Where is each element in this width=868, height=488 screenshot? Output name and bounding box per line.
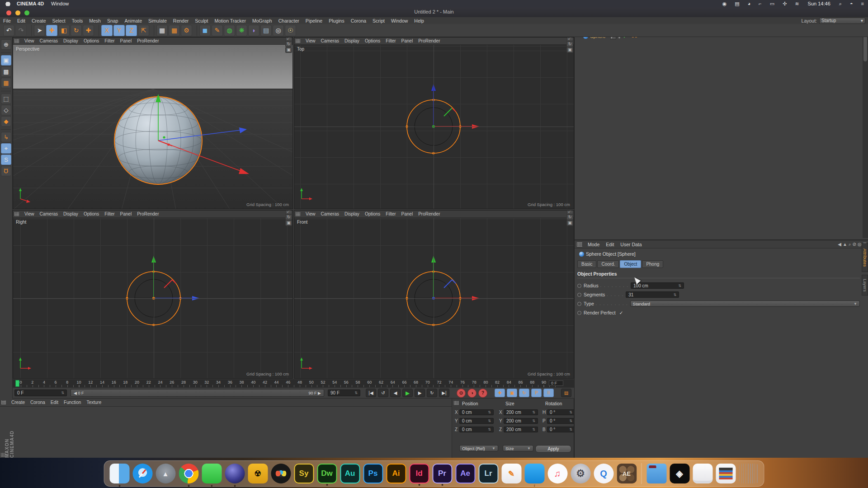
- minimized-doc-icon[interactable]: [693, 464, 712, 483]
- panel-handle-icon[interactable]: [14, 212, 20, 216]
- lock-x-axis-icon[interactable]: X: [101, 25, 113, 36]
- move-gizmo[interactable]: [431, 256, 479, 300]
- app-menu-item[interactable]: Character: [275, 18, 302, 23]
- axis-mode-icon[interactable]: ↳: [1, 132, 11, 142]
- illustrator-icon[interactable]: Ai: [386, 464, 406, 483]
- viewport-menu-item[interactable]: Filter: [383, 38, 398, 43]
- polygons-mode-icon[interactable]: ◆: [1, 116, 11, 127]
- end-frame-field[interactable]: 90 F⇅: [328, 389, 360, 396]
- keyframe-selection-icon[interactable]: ?: [478, 389, 487, 398]
- settings-icon[interactable]: ⚙: [571, 464, 590, 483]
- toggle-view-icon[interactable]: ▣: [566, 220, 573, 226]
- viewport-menu-item[interactable]: Cameras: [318, 38, 342, 43]
- viewport-menu-item[interactable]: ProRender: [134, 38, 161, 43]
- next-key-icon[interactable]: ↻: [427, 389, 437, 397]
- viewport-menu-item[interactable]: Options: [81, 211, 102, 216]
- app-menu-item[interactable]: File: [0, 18, 14, 23]
- audition-icon[interactable]: Au: [340, 464, 360, 483]
- make-editable-icon[interactable]: ⊕: [1, 39, 11, 50]
- timeline-ruler[interactable]: 0246810121416182022242628303234363840424…: [13, 379, 574, 388]
- add-light-icon[interactable]: ☉: [285, 25, 296, 36]
- viewport-menu-item[interactable]: Cameras: [37, 211, 61, 216]
- prev-frame-icon[interactable]: ◀: [390, 389, 401, 397]
- viewport-top[interactable]: ViewCamerasDisplayOptionsFilterPanelProR…: [294, 37, 574, 209]
- redo-icon[interactable]: ↷: [15, 25, 27, 36]
- viewport-menu-item[interactable]: Filter: [102, 38, 117, 43]
- segments-field[interactable]: 31⇅: [626, 291, 679, 298]
- window-titlebar[interactable]: Untitled 2 * - Main: [0, 7, 868, 18]
- render-picture-viewer-icon[interactable]: ▦: [169, 25, 180, 36]
- viewport-menu-item[interactable]: Panel: [399, 211, 416, 216]
- cinema4d-icon[interactable]: [225, 464, 245, 483]
- zoom-view-icon[interactable]: ⤢: [285, 37, 292, 41]
- airplay-icon[interactable]: ▭: [770, 1, 774, 6]
- position-y-field[interactable]: 0 cm⇅: [459, 418, 494, 424]
- layers-side-tab[interactable]: Layers: [862, 275, 868, 296]
- spotlight-icon[interactable]: ⌕: [839, 1, 842, 6]
- position-x-field[interactable]: 0 cm⇅: [459, 409, 494, 415]
- am-tab[interactable]: Phong: [642, 260, 663, 268]
- viewport-menu-item[interactable]: Filter: [383, 211, 398, 216]
- am-track-icon[interactable]: ◎: [858, 242, 862, 247]
- current-frame-field[interactable]: 0 F⇅: [14, 389, 67, 396]
- keyframe-dot-icon[interactable]: [577, 302, 581, 306]
- app-menu-item[interactable]: Sculpt: [192, 18, 211, 23]
- panel-handle-icon[interactable]: [1, 400, 7, 405]
- viewport-menu-item[interactable]: View: [22, 211, 37, 216]
- panel-handle-icon[interactable]: [1, 453, 6, 457]
- apple-menu-icon[interactable]: [5, 1, 10, 6]
- app-menu-item[interactable]: Help: [411, 18, 427, 23]
- app-menu-item[interactable]: Script: [369, 18, 388, 23]
- am-pin-icon[interactable]: ▲: [843, 242, 847, 247]
- app-menu-item[interactable]: Edit: [14, 18, 28, 23]
- menubar-clock[interactable]: Sun 14:46: [808, 1, 830, 6]
- display-lock-icon[interactable]: ▤: [735, 1, 739, 6]
- add-cube-icon[interactable]: ◼: [199, 25, 211, 36]
- siri-icon[interactable]: ◓: [850, 1, 853, 6]
- safari-icon[interactable]: [132, 464, 152, 483]
- viewport-menu-item[interactable]: Options: [81, 38, 102, 43]
- app-menu-item[interactable]: Pipeline: [302, 18, 326, 23]
- record-scale-icon[interactable]: ▣: [507, 389, 517, 397]
- material-menu-item[interactable]: Create: [9, 400, 28, 405]
- coordinate-system-icon[interactable]: ⇱: [138, 25, 149, 36]
- move-gizmo[interactable]: [151, 256, 199, 300]
- premiere-icon[interactable]: Pr: [432, 464, 452, 483]
- undo-icon[interactable]: ↶: [3, 25, 14, 36]
- coord-mode-dropdown[interactable]: Object (Rel)▼: [459, 445, 498, 451]
- viewport-front[interactable]: ViewCamerasDisplayOptionsFilterPanelProR…: [294, 210, 574, 379]
- music-icon[interactable]: ♫: [547, 464, 567, 483]
- viewport-menu-item[interactable]: ProRender: [134, 211, 161, 216]
- viewport-menu-item[interactable]: Panel: [118, 38, 135, 43]
- chrome-icon[interactable]: [179, 464, 198, 483]
- zoom-view-icon[interactable]: ⤢: [566, 37, 573, 41]
- viewport-right[interactable]: ViewCamerasDisplayOptionsFilterPanelProR…: [13, 210, 293, 379]
- app-menu-item[interactable]: Snap: [104, 18, 122, 23]
- frame-range-slider[interactable]: ◀ 0 F 90 F ▶: [71, 389, 324, 397]
- play-icon[interactable]: ▶: [402, 389, 413, 397]
- magnet-snap-icon[interactable]: ℧: [1, 166, 11, 176]
- attributes-side-tab[interactable]: Attributes: [862, 243, 868, 272]
- am-back-icon[interactable]: ◀: [838, 242, 841, 247]
- next-frame-icon[interactable]: ▶: [415, 389, 425, 397]
- material-menu-item[interactable]: Texture: [84, 400, 104, 405]
- am-menu-item[interactable]: Edit: [603, 242, 617, 247]
- app-menu-item[interactable]: Window: [388, 18, 411, 23]
- rotate-view-icon[interactable]: ↻: [566, 214, 573, 220]
- viewport-menu-item[interactable]: View: [303, 211, 318, 216]
- panel-handle-icon[interactable]: [296, 212, 301, 216]
- autokey-icon[interactable]: ◑: [467, 389, 476, 398]
- minimized-window-icon[interactable]: [716, 464, 736, 483]
- rotate-view-icon[interactable]: ↻: [285, 214, 292, 220]
- goto-start-icon[interactable]: |◀: [366, 389, 376, 397]
- timeline-playhead[interactable]: [15, 380, 19, 387]
- move-gizmo[interactable]: [431, 84, 479, 129]
- launchpad-icon[interactable]: ▲: [156, 464, 175, 483]
- render-view-icon[interactable]: ▦: [156, 25, 168, 36]
- wifi-icon[interactable]: ≋: [795, 1, 799, 6]
- viewport-menu-item[interactable]: Display: [61, 38, 81, 43]
- viewport-menu-item[interactable]: View: [22, 38, 37, 43]
- toggle-view-icon[interactable]: ▣: [566, 47, 573, 53]
- trash-icon[interactable]: [739, 464, 759, 483]
- snap-mode-icon[interactable]: S: [1, 155, 11, 165]
